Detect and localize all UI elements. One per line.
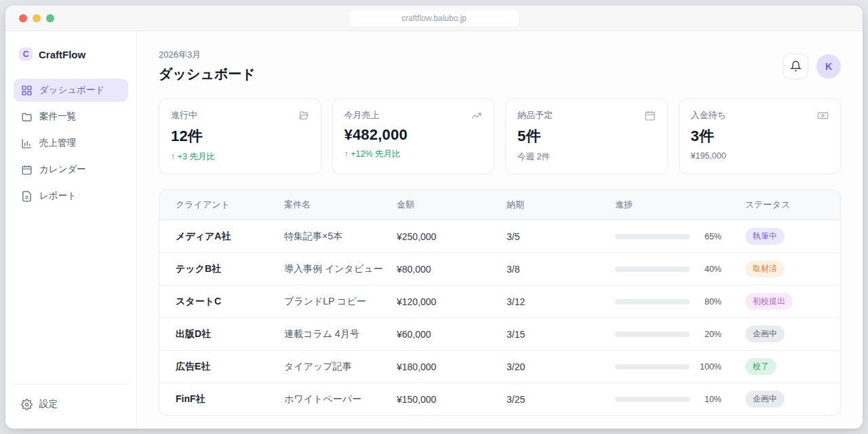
amount-cell: ¥60,000 (397, 329, 507, 340)
progress-percent: 100% (698, 362, 722, 372)
traffic-lights (19, 14, 54, 22)
sidebar-item-label: カレンダー (39, 163, 86, 176)
app-logo: C CraftFlow (14, 47, 128, 64)
sidebar-item-settings[interactable]: 設定 (14, 393, 128, 416)
folder-open-icon (298, 110, 309, 121)
status-badge: 校了 (745, 358, 776, 375)
project-cell: 連載コラム 4月号 (284, 328, 397, 340)
progress-percent: 65% (698, 232, 722, 241)
progress-percent: 40% (698, 264, 722, 274)
sidebar-item-reports[interactable]: レポート (14, 184, 128, 208)
table-row[interactable]: 広告E社 タイアップ記事 ¥180,000 3/20 100% 校了 (159, 350, 840, 382)
project-cell: ホワイトペーパー (284, 393, 397, 406)
browser-window: craftflow.balubo.jp C CraftFlow ダッシュボード … (5, 5, 863, 429)
client-cell: FinF社 (176, 393, 284, 406)
sidebar-item-calendar[interactable]: カレンダー (14, 158, 128, 181)
maximize-window-button[interactable] (46, 14, 54, 22)
column-header-status: ステータス (745, 199, 824, 211)
progress-cell: 65% (615, 232, 745, 241)
url-bar[interactable]: craftflow.balubo.jp (349, 10, 519, 26)
url-text: craftflow.balubo.jp (401, 14, 467, 23)
minimize-window-button[interactable] (33, 14, 41, 22)
client-cell: 出版D社 (176, 328, 284, 340)
column-header-due: 納期 (507, 199, 615, 211)
amount-cell: ¥80,000 (397, 264, 507, 275)
stat-value: ¥482,000 (344, 126, 483, 144)
progress-cell: 100% (615, 362, 745, 372)
due-cell: 3/20 (507, 361, 615, 372)
avatar[interactable]: K (816, 54, 841, 79)
page-title: ダッシュボード (159, 65, 256, 83)
progress-bar (615, 332, 690, 337)
status-badge: 企画中 (745, 391, 785, 408)
stat-delta: ↑ +3 先月比 (171, 151, 309, 163)
table-row[interactable]: メディアA社 特集記事×5本 ¥250,000 3/5 65% 執筆中 (159, 220, 840, 252)
progress-cell: 20% (615, 330, 745, 339)
progress-bar (615, 234, 690, 239)
report-icon (21, 191, 33, 202)
sidebar-nav: ダッシュボード 案件一覧 売上管理 カレンダー レポート (14, 79, 128, 208)
amount-cell: ¥180,000 (397, 361, 507, 372)
table-header-row: クライアント 案件名 金額 納期 進捗 ステータス (159, 190, 840, 220)
column-header-progress: 進捗 (615, 199, 745, 211)
sidebar-item-sales[interactable]: 売上管理 (14, 132, 128, 155)
logo-icon: C (19, 47, 33, 61)
browser-chrome: craftflow.balubo.jp (5, 5, 863, 31)
stat-sub: ¥195,000 (691, 151, 829, 161)
bar-chart-icon (21, 138, 33, 149)
due-cell: 3/12 (507, 296, 615, 307)
stat-label: 納品予定 (517, 109, 553, 121)
progress-bar (615, 364, 690, 370)
progress-percent: 80% (698, 297, 722, 307)
stat-value: 12件 (171, 126, 309, 146)
progress-bar (615, 267, 690, 272)
stat-sub: 今週 2件 (517, 151, 656, 163)
client-cell: メディアA社 (176, 231, 284, 243)
main-content: 2026年3月 ダッシュボード K 進行中 12件 ↑ (137, 31, 863, 428)
progress-cell: 80% (615, 297, 745, 307)
table-row[interactable]: テックB社 導入事例 インタビュー ¥80,000 3/8 40% 取材済 (159, 252, 840, 285)
status-badge: 取材済 (745, 260, 785, 277)
status-badge: 執筆中 (745, 228, 785, 245)
table-row[interactable]: 出版D社 連載コラム 4月号 ¥60,000 3/15 20% 企画中 (159, 317, 840, 350)
amount-cell: ¥150,000 (397, 394, 507, 405)
stat-value: 5件 (517, 126, 656, 146)
project-cell: タイアップ記事 (284, 361, 397, 373)
trending-up-icon (471, 110, 482, 121)
column-header-project: 案件名 (284, 199, 397, 211)
grid-icon (21, 85, 33, 96)
due-cell: 3/25 (507, 394, 615, 405)
notifications-button[interactable] (783, 54, 808, 79)
stat-card-deliveries-due: 納品予定 5件 今週 2件 (505, 98, 668, 174)
stat-value: 3件 (691, 126, 829, 146)
stat-label: 進行中 (171, 109, 197, 121)
status-badge: 初校提出 (745, 293, 793, 310)
amount-cell: ¥250,000 (397, 231, 507, 242)
stat-card-awaiting-payment: 入金待ち 3件 ¥195,000 (679, 98, 842, 174)
app-name: CraftFlow (39, 49, 85, 60)
progress-cell: 40% (615, 264, 745, 274)
progress-percent: 20% (698, 330, 722, 339)
sidebar-item-dashboard[interactable]: ダッシュボード (14, 79, 128, 102)
stat-card-monthly-sales: 今月売上 ¥482,000 ↑ +12% 先月比 (332, 98, 495, 174)
banknote-icon (817, 110, 829, 121)
progress-percent: 10% (698, 395, 722, 404)
table-row[interactable]: FinF社 ホワイトペーパー ¥150,000 3/25 10% 企画中 (159, 382, 840, 415)
column-header-amount: 金額 (397, 199, 507, 211)
due-cell: 3/8 (507, 264, 615, 275)
due-cell: 3/5 (507, 231, 615, 242)
amount-cell: ¥120,000 (397, 296, 507, 307)
sidebar-item-label: 売上管理 (39, 137, 76, 149)
close-window-button[interactable] (19, 14, 27, 22)
project-cell: 特集記事×5本 (284, 231, 397, 243)
sidebar-item-label: 設定 (39, 398, 58, 410)
project-cell: 導入事例 インタビュー (284, 263, 397, 275)
bell-icon (790, 60, 802, 72)
folder-icon (21, 111, 33, 123)
stat-cards: 進行中 12件 ↑ +3 先月比 今月売上 ¥482,000 ↑ +12% 先月… (159, 98, 841, 174)
progress-cell: 10% (615, 395, 745, 404)
sidebar-item-label: レポート (39, 190, 77, 202)
sidebar-item-projects[interactable]: 案件一覧 (14, 105, 128, 128)
calendar-icon (21, 164, 33, 176)
table-row[interactable]: スタートC ブランドLP コピー ¥120,000 3/12 80% 初校提出 (159, 285, 840, 317)
